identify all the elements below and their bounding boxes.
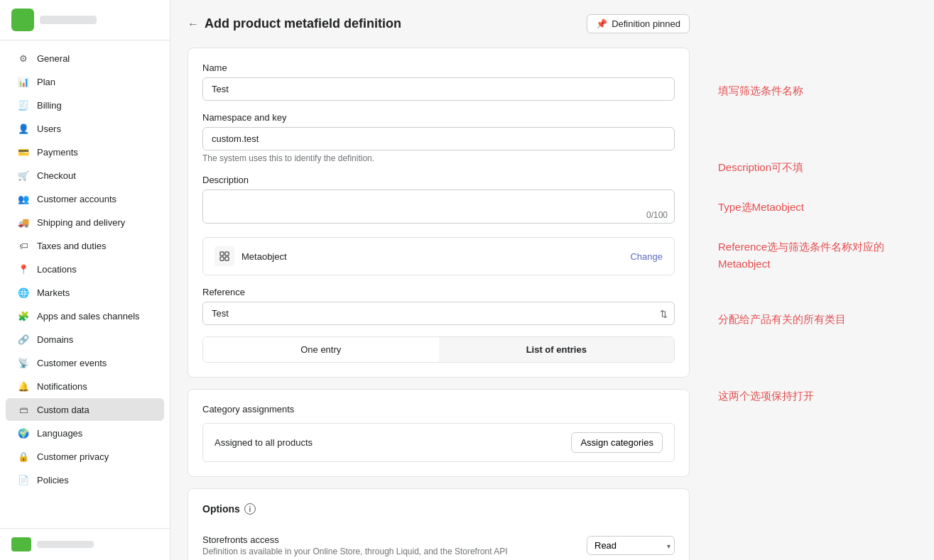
svg-rect-2	[220, 257, 224, 260]
sidebar-item-checkout[interactable]: 🛒Checkout	[6, 164, 164, 187]
nav-label-10: Markets	[37, 287, 70, 298]
annot-toggles: 这两个选项保持打开	[718, 388, 923, 405]
nav-icon-1: 📊	[17, 75, 30, 88]
sidebar-item-plan[interactable]: 📊Plan	[6, 70, 164, 93]
annotation-panel: 填写筛选条件名称 Description可不填 Type选Metaobject …	[707, 0, 934, 560]
sidebar-item-policies[interactable]: 📄Policies	[6, 468, 164, 491]
nav-icon-12: 🔗	[17, 333, 30, 346]
reference-label: Reference	[202, 287, 675, 297]
annot-spacer-1	[718, 14, 923, 82]
category-card: Category assignments Assigned to all pro…	[188, 389, 690, 477]
nav-icon-9: 📍	[17, 263, 30, 275]
sidebar-item-shipping-and-delivery[interactable]: 🚚Shipping and delivery	[6, 211, 164, 234]
sidebar-footer	[0, 528, 170, 560]
sidebar-item-locations[interactable]: 📍Locations	[6, 258, 164, 280]
description-input[interactable]	[202, 190, 675, 224]
one-entry-button[interactable]: One entry	[203, 337, 439, 362]
metaobject-icon	[215, 246, 234, 266]
namespace-label: Namespace and key	[202, 112, 675, 123]
nav-label-11: Apps and sales channels	[37, 311, 140, 322]
description-group: Description 0/100	[202, 175, 675, 226]
description-label: Description	[202, 175, 675, 185]
annot-description: Description可不填	[718, 159, 923, 176]
pinned-badge-button[interactable]: 📌 Definition pinned	[587, 14, 690, 33]
sidebar-nav: ⚙General📊Plan🧾Billing👤Users💳Payments🛒Che…	[0, 40, 170, 528]
annot-spacer-6	[718, 345, 923, 388]
sidebar-item-custom-data[interactable]: 🗃Custom data	[6, 398, 164, 421]
type-row: Metaobject Change	[202, 237, 675, 275]
nav-icon-13: 📡	[17, 356, 30, 369]
namespace-group: Namespace and key The system uses this t…	[202, 112, 675, 163]
nav-label-17: Customer privacy	[37, 451, 109, 462]
reference-group: Reference Test ⇅	[202, 287, 675, 325]
sidebar-item-users[interactable]: 👤Users	[6, 117, 164, 140]
sidebar-item-payments[interactable]: 💳Payments	[6, 141, 164, 163]
definition-card: Name Namespace and key The system uses t…	[188, 48, 690, 378]
sidebar-item-markets[interactable]: 🌐Markets	[6, 281, 164, 304]
storefronts-select[interactable]: Read No access Read and write	[587, 536, 675, 555]
reference-select[interactable]: Test	[202, 302, 675, 325]
category-row: Assigned to all products Assign categori…	[202, 423, 675, 462]
nav-icon-4: 💳	[17, 146, 30, 158]
nav-icon-15: 🗃	[17, 403, 30, 416]
annot-reference: Reference选与筛选条件名称对应的Metaobject	[718, 238, 923, 273]
sidebar-item-languages[interactable]: 🌍Languages	[6, 422, 164, 444]
sidebar-item-domains[interactable]: 🔗Domains	[6, 328, 164, 351]
storefronts-select-wrapper: Read No access Read and write ▾	[587, 536, 675, 555]
annot-name: 填写筛选条件名称	[718, 82, 923, 99]
sidebar-item-customer-privacy[interactable]: 🔒Customer privacy	[6, 445, 164, 468]
entry-toggle: One entry List of entries	[202, 336, 675, 363]
sidebar-item-taxes-and-duties[interactable]: 🏷Taxes and duties	[6, 234, 164, 257]
sidebar-item-apps-and-sales-channels[interactable]: 🧩Apps and sales channels	[6, 304, 164, 327]
namespace-input[interactable]	[202, 127, 675, 150]
options-card: Options i Storefronts access Definition …	[188, 488, 690, 560]
storefronts-title: Storefronts access	[202, 534, 587, 545]
category-title: Category assignments	[202, 404, 675, 414]
sidebar-item-customer-events[interactable]: 📡Customer events	[6, 351, 164, 374]
sidebar-item-customer-accounts[interactable]: 👥Customer accounts	[6, 187, 164, 210]
annot-spacer-5	[718, 290, 923, 311]
nav-label-1: Plan	[37, 77, 55, 87]
nav-icon-16: 🌍	[17, 427, 30, 439]
nav-icon-0: ⚙	[17, 52, 30, 65]
title-area: ← Add product metafield definition	[188, 16, 401, 31]
sidebar-item-notifications[interactable]: 🔔Notifications	[6, 375, 164, 397]
nav-icon-5: 🛒	[17, 169, 30, 182]
nav-icon-14: 🔔	[17, 380, 30, 392]
change-type-link[interactable]: Change	[630, 251, 663, 262]
nav-label-18: Policies	[37, 475, 69, 485]
assign-categories-button[interactable]: Assign categories	[571, 432, 663, 453]
nav-icon-8: 🏷	[17, 239, 30, 252]
nav-icon-3: 👤	[17, 122, 30, 135]
storefronts-right: Read No access Read and write ▾	[587, 536, 675, 555]
options-info-icon[interactable]: i	[244, 503, 256, 515]
svg-rect-0	[220, 252, 224, 256]
nav-icon-17: 🔒	[17, 450, 30, 463]
sidebar: ⚙General📊Plan🧾Billing👤Users💳Payments🛒Che…	[0, 0, 170, 560]
annot-type: Type选Metaobject	[718, 199, 923, 216]
nav-label-3: Users	[37, 123, 61, 134]
storefronts-left: Storefronts access Definition is availab…	[202, 534, 587, 556]
annot-spacer-2	[718, 116, 923, 159]
nav-label-9: Locations	[37, 264, 77, 275]
options-title-text: Options	[202, 503, 240, 515]
nav-label-2: Billing	[37, 100, 62, 111]
nav-icon-2: 🧾	[17, 99, 30, 111]
description-counter: 0/100	[646, 210, 668, 220]
name-input[interactable]	[202, 77, 675, 101]
nav-label-14: Notifications	[37, 381, 87, 392]
nav-label-6: Customer accounts	[37, 194, 116, 204]
sidebar-logo	[0, 0, 170, 40]
type-name: Metaobject	[241, 251, 287, 262]
list-entries-button[interactable]: List of entries	[439, 337, 675, 362]
nav-icon-7: 🚚	[17, 216, 30, 229]
description-input-wrapper: 0/100	[202, 190, 675, 226]
back-button[interactable]: ←	[188, 18, 199, 31]
nav-label-15: Custom data	[37, 405, 89, 415]
annot-spacer-3	[718, 193, 923, 199]
sidebar-item-general[interactable]: ⚙General	[6, 47, 164, 70]
storefronts-desc: Definition is available in your Online S…	[202, 547, 587, 556]
sidebar-item-billing[interactable]: 🧾Billing	[6, 94, 164, 116]
nav-icon-6: 👥	[17, 192, 30, 205]
type-left: Metaobject	[215, 246, 287, 266]
